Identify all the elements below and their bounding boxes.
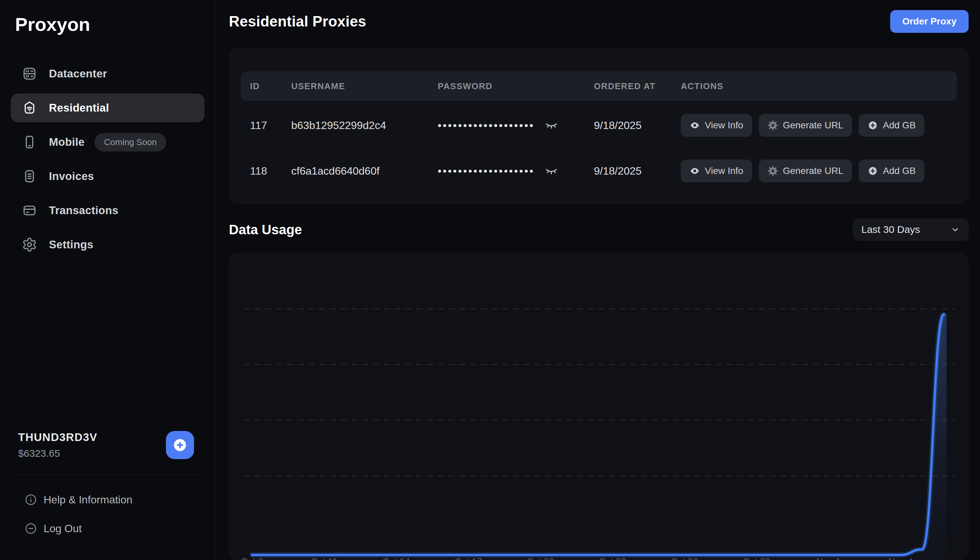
app-root: Proxyon Datacenter bbox=[0, 0, 980, 560]
sidebar-item-label: Transactions bbox=[49, 204, 118, 217]
sidebar-item-label: Invoices bbox=[49, 170, 94, 183]
table-row: 117 b63b12952299d2c4 •••••••••••••••••••… bbox=[241, 104, 957, 147]
add-gb-button[interactable]: Add GB bbox=[859, 114, 924, 137]
brand-logo: Proxyon bbox=[15, 13, 215, 35]
column-header-ordered-at: ORDERED AT bbox=[594, 81, 681, 92]
info-icon bbox=[24, 493, 38, 507]
sidebar-item-label: Settings bbox=[49, 238, 93, 251]
page-header: Residential Proxies Order Proxy bbox=[229, 10, 968, 33]
generate-url-button[interactable]: Generate URL bbox=[759, 160, 852, 182]
eye-icon bbox=[689, 120, 700, 131]
gear-icon bbox=[768, 165, 778, 176]
mobile-icon bbox=[22, 134, 38, 150]
plus-circle-icon bbox=[867, 165, 878, 176]
plus-circle-icon bbox=[867, 120, 878, 131]
x-tick-label: Oct 8 bbox=[241, 556, 263, 560]
gear-icon bbox=[768, 120, 778, 131]
usage-area bbox=[252, 314, 947, 560]
x-axis: Oct 8Oct 11Oct 14Oct 17Oct 20Oct 23Oct 2… bbox=[229, 556, 968, 560]
cell-username: b63b12952299d2c4 bbox=[291, 119, 438, 132]
x-tick-label: Nov 1 bbox=[816, 556, 840, 560]
column-header-password: PASSWORD bbox=[438, 81, 594, 92]
view-info-button[interactable]: View Info bbox=[681, 114, 752, 137]
x-tick-label: Oct 29 bbox=[743, 556, 770, 560]
account-summary: THUND3RD3V $6323.65 bbox=[0, 431, 215, 459]
residential-icon bbox=[22, 100, 38, 116]
transactions-icon bbox=[22, 202, 38, 218]
usage-line bbox=[252, 314, 944, 555]
sidebar-item-mobile[interactable]: Mobile Coming Soon bbox=[11, 128, 205, 157]
add-funds-button[interactable] bbox=[166, 431, 194, 459]
table-header-row: ID USERNAME PASSWORD ORDERED AT ACTIONS bbox=[241, 72, 957, 101]
log-out-label: Log Out bbox=[43, 522, 82, 535]
cell-ordered-at: 9/18/2025 bbox=[594, 119, 681, 132]
cell-password: ••••••••••••••••••• bbox=[438, 118, 594, 132]
x-tick-label: Oct 17 bbox=[455, 556, 482, 560]
cell-ordered-at: 9/18/2025 bbox=[594, 165, 681, 177]
column-header-actions: ACTIONS bbox=[681, 81, 947, 92]
sidebar-footer: Help & Information Log Out bbox=[0, 475, 215, 560]
date-range-value: Last 30 Days bbox=[862, 224, 920, 235]
plus-icon bbox=[172, 437, 188, 453]
eye-closed-icon[interactable] bbox=[545, 164, 558, 178]
sidebar-item-datacenter[interactable]: Datacenter bbox=[11, 59, 205, 88]
x-tick-label: Oct 20 bbox=[527, 556, 554, 560]
gridlines bbox=[244, 309, 955, 476]
sidebar-item-label: Datacenter bbox=[49, 67, 107, 80]
sidebar-item-residential[interactable]: Residential bbox=[11, 93, 205, 122]
cell-actions: View Info Ge bbox=[681, 160, 947, 182]
x-tick-label: Nov 4 bbox=[888, 556, 913, 560]
cell-username: cf6a1acd6640d60f bbox=[291, 165, 438, 177]
page-title: Residential Proxies bbox=[229, 13, 366, 30]
generate-url-button[interactable]: Generate URL bbox=[759, 114, 852, 137]
column-header-username: USERNAME bbox=[291, 81, 438, 92]
column-header-id: ID bbox=[250, 81, 291, 92]
invoices-icon bbox=[22, 168, 38, 184]
sidebar-item-label: Mobile bbox=[49, 136, 85, 148]
view-info-button[interactable]: View Info bbox=[681, 160, 752, 182]
sidebar-nav: Datacenter Residential bbox=[0, 59, 215, 259]
cell-actions: View Info Ge bbox=[681, 114, 947, 137]
account-balance: $6323.65 bbox=[18, 448, 98, 459]
data-usage-chart-card: Oct 8Oct 11Oct 14Oct 17Oct 20Oct 23Oct 2… bbox=[229, 253, 968, 560]
usage-chart-svg bbox=[229, 253, 968, 560]
x-tick-label: Oct 11 bbox=[311, 556, 338, 560]
eye-closed-icon[interactable] bbox=[545, 118, 558, 132]
password-mask: ••••••••••••••••••• bbox=[438, 120, 535, 131]
chevron-down-icon bbox=[950, 225, 960, 235]
sidebar-item-invoices[interactable]: Invoices bbox=[11, 162, 205, 191]
eye-icon bbox=[689, 165, 700, 176]
usage-line-glow bbox=[252, 314, 944, 555]
password-mask: ••••••••••••••••••• bbox=[438, 165, 535, 176]
log-out-link[interactable]: Log Out bbox=[11, 517, 205, 540]
sidebar-item-label: Residential bbox=[49, 102, 109, 114]
sidebar-item-settings[interactable]: Settings bbox=[11, 230, 205, 259]
settings-gear-icon bbox=[22, 237, 38, 253]
x-tick-label: Oct 14 bbox=[382, 556, 410, 560]
data-usage-title: Data Usage bbox=[229, 222, 302, 237]
data-usage-header: Data Usage Last 30 Days bbox=[229, 218, 968, 241]
x-tick-label: Oct 26 bbox=[671, 556, 698, 560]
main-content: Residential Proxies Order Proxy ID USERN… bbox=[215, 0, 980, 560]
logout-minus-icon bbox=[24, 522, 38, 535]
help-information-link[interactable]: Help & Information bbox=[11, 488, 205, 512]
add-gb-button[interactable]: Add GB bbox=[859, 160, 924, 182]
proxies-table-card: ID USERNAME PASSWORD ORDERED AT ACTIONS … bbox=[229, 48, 968, 204]
sidebar: Proxyon Datacenter bbox=[0, 0, 215, 560]
cell-password: ••••••••••••••••••• bbox=[438, 164, 594, 178]
coming-soon-badge: Coming Soon bbox=[95, 133, 166, 152]
cell-id: 117 bbox=[250, 119, 291, 132]
sidebar-bottom: THUND3RD3V $6323.65 bbox=[0, 431, 215, 560]
account-username: THUND3RD3V bbox=[18, 431, 98, 444]
cell-id: 118 bbox=[250, 165, 291, 177]
help-information-label: Help & Information bbox=[43, 493, 132, 506]
date-range-select[interactable]: Last 30 Days bbox=[853, 218, 968, 241]
table-row: 118 cf6a1acd6640d60f •••••••••••••••••••… bbox=[241, 150, 957, 192]
order-proxy-button[interactable]: Order Proxy bbox=[890, 10, 968, 33]
datacenter-icon bbox=[22, 66, 38, 82]
x-tick-label: Oct 23 bbox=[598, 556, 626, 560]
sidebar-item-transactions[interactable]: Transactions bbox=[11, 196, 205, 225]
